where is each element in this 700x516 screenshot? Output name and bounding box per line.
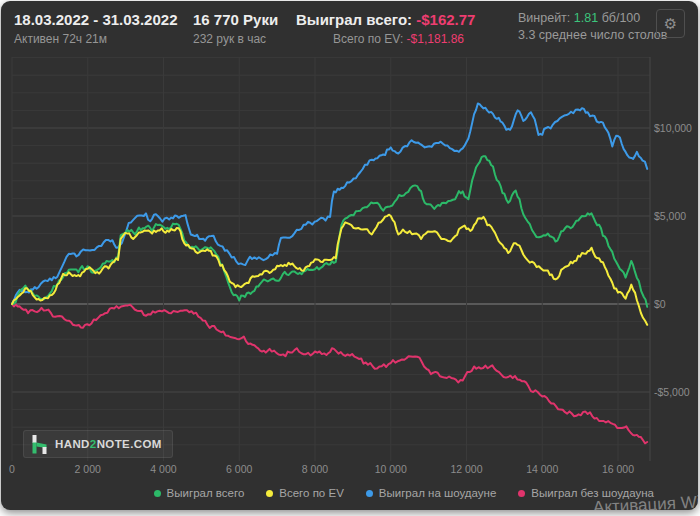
legend-item-3[interactable]: Выиграл на шоудауне	[366, 487, 497, 499]
x-axis-label: 10 000	[375, 463, 407, 475]
legend-dot-icon	[518, 490, 525, 497]
legend-dot-icon	[266, 490, 273, 497]
y-axis-label: $0	[654, 298, 666, 310]
legend-item-1[interactable]: Выиграл всего	[154, 487, 245, 499]
legend-label: Всего по EV	[279, 487, 344, 499]
legend-item-2[interactable]: Всего по EV	[266, 487, 344, 499]
legend-dot-icon	[154, 490, 161, 497]
hand2note-logo-text: HAND2NOTE.COM	[55, 438, 162, 450]
y-axis-label: -$5,000	[654, 386, 690, 398]
legend-label: Выиграл на шоудауне	[379, 487, 497, 499]
x-axis-label: 4 000	[150, 463, 176, 475]
legend-label: Выиграл всего	[167, 487, 245, 499]
series-4-line	[12, 304, 647, 443]
x-axis-label: 2 000	[75, 463, 101, 475]
y-axis-label: $10,000	[654, 122, 692, 134]
series-1-line	[12, 156, 647, 307]
x-axis-label: 16 000	[602, 463, 634, 475]
x-axis-label: 12 000	[450, 463, 482, 475]
legend-dot-icon	[366, 490, 373, 497]
x-axis-label: 14 000	[526, 463, 558, 475]
hand2note-report-card: 18.03.2022 - 31.03.2022 Активен 72ч 21м …	[1, 1, 698, 510]
x-axis-label: 8 000	[302, 463, 328, 475]
x-axis-label: 6 000	[226, 463, 252, 475]
chart-legend: Выиграл всегоВсего по EVВыиграл на шоуда…	[1, 487, 654, 499]
series-2-line	[12, 215, 647, 325]
hand2note-logo-icon	[31, 435, 48, 454]
y-axis-label: $5,000	[654, 210, 686, 222]
hand2note-logo[interactable]: HAND2NOTE.COM	[23, 430, 173, 458]
x-axis-label: 0	[9, 463, 15, 475]
